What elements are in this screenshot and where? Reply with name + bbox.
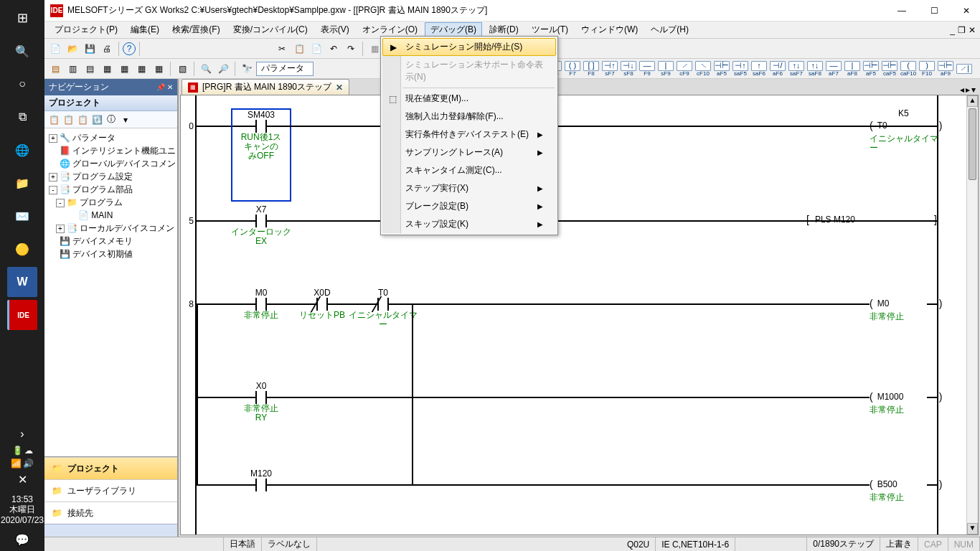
fkey-button[interactable]: [ ]F8 — [583, 61, 600, 77]
menu-dropdown-item[interactable]: サンプリングトレース(A)▶ — [382, 143, 556, 161]
tree-node[interactable]: 📕 インテリジェント機能ユニット — [46, 144, 176, 157]
fkey-button[interactable]: —F9 — [639, 61, 656, 77]
fkey-button[interactable]: ⟋| — [956, 64, 973, 74]
io7-icon[interactable]: ▦ — [151, 61, 166, 77]
mail-icon[interactable]: ✉️ — [7, 201, 37, 231]
menu-dropdown-item[interactable]: ブレーク設定(B)▶ — [382, 197, 556, 215]
nav-category[interactable]: 📁接続先 — [44, 501, 177, 524]
nav-tool1-icon[interactable]: 📋 — [47, 113, 60, 126]
mdi-restore-button[interactable]: ❐ — [958, 25, 966, 35]
menu-dropdown-item[interactable]: ⬚現在値変更(M)... — [382, 90, 556, 108]
cut-icon[interactable]: ✂ — [274, 41, 290, 57]
fkey-button[interactable]: ⊣↑sF7 — [601, 61, 618, 77]
menu-item[interactable]: プロジェクト(P) — [49, 22, 123, 37]
print-icon[interactable]: 🖨 — [99, 41, 115, 57]
wifi-icon[interactable]: 📶 — [11, 458, 22, 468]
close-button[interactable]: ✕ — [958, 4, 974, 17]
maximize-button[interactable]: ☐ — [926, 4, 943, 17]
tree-node[interactable]: +📑 ローカルデバイスコメント — [46, 222, 176, 235]
ladder-diagram[interactable]: 0SM403 RUN後1ス キャンの みOFFK5(T0)イニシャルタイマ ー5… — [181, 95, 956, 534]
menu-dropdown-item[interactable]: 実行条件付きデバイステスト(E)▶ — [382, 126, 556, 143]
ladder-coil[interactable]: (T0) — [870, 120, 942, 131]
fkey-button[interactable]: ⊣⊢caF5 — [881, 61, 898, 77]
menu-dropdown-item[interactable]: スキャンタイム測定(C)... — [382, 161, 556, 179]
ladder-contact[interactable]: T0 イニシャルタイマ ー — [354, 288, 412, 329]
tree-node[interactable]: 💾 デバイス初期値 — [46, 248, 176, 260]
document-tab[interactable]: ▦ [PRG]R 書込 MAIN 1890ステップ ✕ — [182, 79, 349, 95]
tree-node[interactable]: 📄 MAIN — [46, 209, 176, 222]
fkey-button[interactable]: ⊣↑saF5 — [732, 61, 749, 77]
minimize-button[interactable]: — — [893, 4, 910, 17]
search-icon[interactable]: 🔍 — [7, 36, 37, 66]
fkey-button[interactable]: ⊣⊢aF5 — [713, 61, 730, 77]
fkey-button[interactable]: ⊣⊢aF9 — [937, 61, 954, 77]
fkey-button[interactable]: —aF7 — [825, 61, 842, 77]
ladder-contact[interactable]: X7 インターロック EX — [232, 204, 290, 246]
menu-item[interactable]: オンライン(O) — [357, 22, 423, 37]
word-icon[interactable]: W — [7, 267, 37, 297]
doc-tab-close-icon[interactable]: ✕ — [336, 83, 343, 93]
tree-node[interactable]: -📁 プログラム — [46, 196, 176, 209]
nav-tool6-icon[interactable]: ▾ — [119, 113, 132, 126]
nav-tool5-icon[interactable]: ⓘ — [105, 113, 118, 126]
fkey-button[interactable]: ⊣/aF6 — [769, 61, 786, 77]
cortana-icon[interactable]: ○ — [7, 69, 37, 99]
menu-item[interactable]: ヘルプ(H) — [645, 22, 694, 37]
param-combo[interactable]: パラメータ — [256, 62, 314, 76]
vertical-scrollbar[interactable]: ▲ ▼ — [966, 95, 978, 534]
io8-icon[interactable]: ▧ — [174, 61, 190, 77]
scroll-down-icon[interactable]: ▼ — [967, 523, 978, 534]
pin-icon[interactable]: 📌 ✕ — [156, 83, 173, 91]
fkey-button[interactable]: |sF9 — [657, 61, 674, 77]
start-button[interactable]: ⊞ — [7, 3, 37, 33]
tree-node[interactable]: -📑 プログラム部品 — [46, 183, 176, 196]
edge-icon[interactable]: 🌐 — [7, 135, 37, 165]
save-icon[interactable]: 💾 — [82, 41, 98, 57]
nav-tool4-icon[interactable]: 🔃 — [90, 113, 103, 126]
menu-dropdown-item[interactable]: スキップ設定(K)▶ — [382, 215, 556, 233]
menu-item[interactable]: 表示(V) — [315, 22, 355, 37]
project-tree[interactable]: +🔧 パラメータ📕 インテリジェント機能ユニット🌐 グローバルデバイスコメント+… — [44, 128, 177, 456]
mdi-minimize-button[interactable]: _ — [950, 25, 955, 35]
menu-item[interactable]: デバッグ(B) — [425, 22, 482, 37]
redo-icon[interactable]: ↷ — [343, 41, 359, 57]
ladder-contact[interactable]: M120 — [232, 468, 290, 491]
volume-icon[interactable]: 🔊 — [23, 458, 34, 468]
nav-category[interactable]: 📁ユーザライブラリ — [44, 479, 177, 501]
find-icon[interactable]: 🔭 — [239, 61, 255, 77]
tree-node[interactable]: 💾 デバイスメモリ — [46, 235, 176, 248]
nav-tool3-icon[interactable]: 📋 — [76, 113, 89, 126]
fkey-button[interactable]: ⟍cF10 — [694, 61, 712, 77]
copy-icon[interactable]: 📋 — [291, 41, 307, 57]
notification-icon[interactable]: 💬 — [7, 531, 37, 548]
tab-prev-icon[interactable]: ◂ — [960, 85, 964, 95]
tab-list-icon[interactable]: ▾ — [971, 85, 976, 95]
ladder-instruction[interactable]: [PLS M120] — [806, 214, 861, 225]
zoom-in-icon[interactable]: 🔍 — [198, 61, 214, 77]
fkey-button[interactable]: ( )F7 — [564, 61, 581, 77]
menu-item[interactable]: ツール(T) — [526, 22, 574, 37]
explorer-icon[interactable]: 📁 — [7, 168, 37, 198]
menu-item[interactable]: 変換/コンパイル(C) — [227, 22, 314, 37]
action-center-icon[interactable]: ✕ — [7, 471, 37, 489]
fkey-button[interactable]: ⊣⊢aF5 — [862, 61, 880, 77]
tab-next-icon[interactable]: ▸ — [966, 85, 970, 95]
zoom-out-icon[interactable]: 🔎 — [215, 61, 231, 77]
fkey-button[interactable]: ⟋cF9 — [676, 61, 693, 77]
task-view-icon[interactable]: ⧉ — [7, 102, 37, 132]
scroll-thumb[interactable] — [969, 108, 976, 180]
battery-icon[interactable]: 🔋 — [12, 446, 23, 456]
taskbar-clock[interactable]: 13:53 木曜日 2020/07/23 — [1, 491, 44, 528]
tree-node[interactable]: +📑 プログラム設定 — [46, 170, 176, 183]
tree-node[interactable]: +🔧 パラメータ — [46, 131, 176, 144]
new-icon[interactable]: 📄 — [47, 41, 63, 57]
menu-dropdown-item[interactable]: ▶シミュレーション開始/停止(S) — [382, 38, 556, 56]
fkey-button[interactable]: ↑↓saF7 — [788, 61, 805, 77]
paste-icon[interactable]: 📄 — [308, 41, 324, 57]
chrome-icon[interactable]: 🟡 — [7, 234, 37, 264]
fkey-button[interactable]: |aF8 — [844, 61, 861, 77]
nav-tool2-icon[interactable]: 📋 — [62, 113, 75, 126]
nav-category[interactable]: 📁プロジェクト — [44, 457, 177, 479]
menu-dropdown-item[interactable]: ステップ実行(X)▶ — [382, 179, 556, 197]
io1-icon[interactable]: ▤ — [47, 61, 63, 77]
